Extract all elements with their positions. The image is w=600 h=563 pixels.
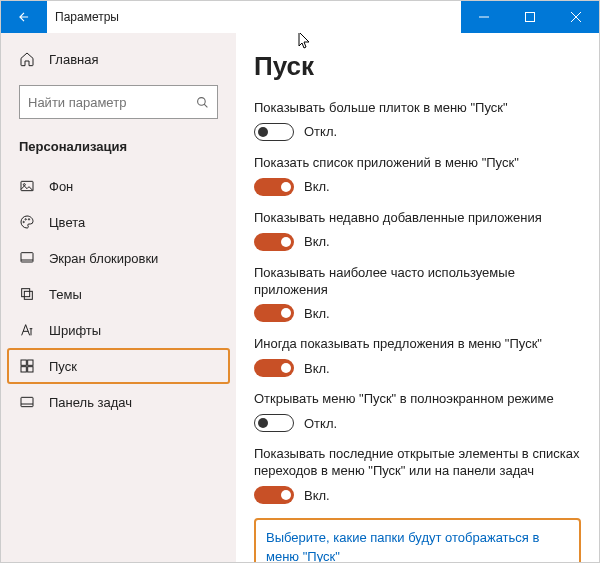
start-icon	[19, 358, 35, 374]
setting-label: Показывать наиболее часто используемые п…	[254, 265, 581, 299]
toggle-state: Вкл.	[304, 361, 330, 376]
setting-label: Показать список приложений в меню "Пуск"	[254, 155, 581, 172]
search-icon	[196, 95, 209, 110]
setting-jumplists: Показывать последние открытые элементы в…	[254, 446, 581, 504]
maximize-button[interactable]	[507, 1, 553, 33]
sidebar-item-lockscreen[interactable]: Экран блокировки	[1, 240, 236, 276]
main-content: Пуск Показывать больше плиток в меню "Пу…	[236, 33, 599, 563]
themes-icon	[19, 286, 35, 302]
svg-rect-13	[28, 367, 33, 372]
toggle-state: Вкл.	[304, 234, 330, 249]
setting-more-tiles: Показывать больше плиток в меню "Пуск" О…	[254, 100, 581, 141]
toggle-recently-added[interactable]	[254, 233, 294, 251]
search-input[interactable]	[28, 95, 196, 110]
setting-label: Открывать меню "Пуск" в полноэкранном ре…	[254, 391, 581, 408]
setting-suggestions: Иногда показывать предложения в меню "Пу…	[254, 336, 581, 377]
sidebar-item-label: Шрифты	[49, 323, 101, 338]
svg-rect-0	[526, 13, 535, 22]
setting-label: Показывать больше плиток в меню "Пуск"	[254, 100, 581, 117]
sidebar-item-themes[interactable]: Темы	[1, 276, 236, 312]
arrow-left-icon	[17, 10, 31, 24]
setting-fullscreen: Открывать меню "Пуск" в полноэкранном ре…	[254, 391, 581, 432]
picture-icon	[19, 178, 35, 194]
back-button[interactable]	[1, 1, 47, 33]
sidebar-item-label: Пуск	[49, 359, 77, 374]
setting-label: Показывать последние открытые элементы в…	[254, 446, 581, 480]
sidebar-item-label: Экран блокировки	[49, 251, 158, 266]
svg-rect-7	[21, 253, 33, 262]
home-label: Главная	[49, 52, 98, 67]
svg-rect-14	[21, 397, 33, 406]
setting-most-used: Показывать наиболее часто используемые п…	[254, 265, 581, 323]
toggle-suggestions[interactable]	[254, 359, 294, 377]
sidebar-item-label: Темы	[49, 287, 82, 302]
home-link[interactable]: Главная	[1, 43, 236, 75]
toggle-state: Вкл.	[304, 488, 330, 503]
sidebar: Главная Персонализация Фон Цвета Экран б…	[1, 33, 236, 563]
setting-label: Иногда показывать предложения в меню "Пу…	[254, 336, 581, 353]
svg-rect-8	[22, 289, 30, 297]
svg-point-4	[23, 221, 24, 222]
toggle-fullscreen[interactable]	[254, 414, 294, 432]
lockscreen-icon	[19, 250, 35, 266]
minimize-icon	[479, 12, 489, 22]
minimize-button[interactable]	[461, 1, 507, 33]
sidebar-item-start[interactable]: Пуск	[7, 348, 230, 384]
toggle-state: Вкл.	[304, 179, 330, 194]
svg-point-6	[28, 219, 29, 220]
sidebar-item-colors[interactable]: Цвета	[1, 204, 236, 240]
toggle-more-tiles[interactable]	[254, 123, 294, 141]
sidebar-item-label: Панель задач	[49, 395, 132, 410]
toggle-jumplists[interactable]	[254, 486, 294, 504]
close-button[interactable]	[553, 1, 599, 33]
home-icon	[19, 51, 35, 67]
svg-rect-10	[21, 360, 26, 365]
link-text: Выберите, какие папки будут отображаться…	[266, 530, 539, 563]
svg-rect-9	[24, 291, 32, 299]
svg-rect-12	[21, 367, 26, 372]
sidebar-section-title: Персонализация	[1, 133, 236, 168]
maximize-icon	[525, 12, 535, 22]
palette-icon	[19, 214, 35, 230]
setting-recently-added: Показывать недавно добавленные приложени…	[254, 210, 581, 251]
close-icon	[571, 12, 581, 22]
sidebar-item-fonts[interactable]: Шрифты	[1, 312, 236, 348]
window-title: Параметры	[47, 10, 461, 24]
toggle-state: Откл.	[304, 416, 337, 431]
toggle-state: Вкл.	[304, 306, 330, 321]
svg-rect-11	[28, 360, 33, 365]
sidebar-item-label: Цвета	[49, 215, 85, 230]
search-box[interactable]	[19, 85, 218, 119]
taskbar-icon	[19, 394, 35, 410]
setting-app-list: Показать список приложений в меню "Пуск"…	[254, 155, 581, 196]
sidebar-item-background[interactable]: Фон	[1, 168, 236, 204]
svg-point-1	[198, 97, 206, 105]
toggle-state: Откл.	[304, 124, 337, 139]
sidebar-item-taskbar[interactable]: Панель задач	[1, 384, 236, 420]
toggle-app-list[interactable]	[254, 178, 294, 196]
page-heading: Пуск	[254, 51, 581, 82]
fonts-icon	[19, 322, 35, 338]
choose-folders-link[interactable]: Выберите, какие папки будут отображаться…	[254, 518, 581, 563]
svg-point-5	[25, 219, 26, 220]
sidebar-item-label: Фон	[49, 179, 73, 194]
titlebar: Параметры	[1, 1, 599, 33]
cursor-icon	[298, 33, 312, 53]
toggle-most-used[interactable]	[254, 304, 294, 322]
setting-label: Показывать недавно добавленные приложени…	[254, 210, 581, 227]
